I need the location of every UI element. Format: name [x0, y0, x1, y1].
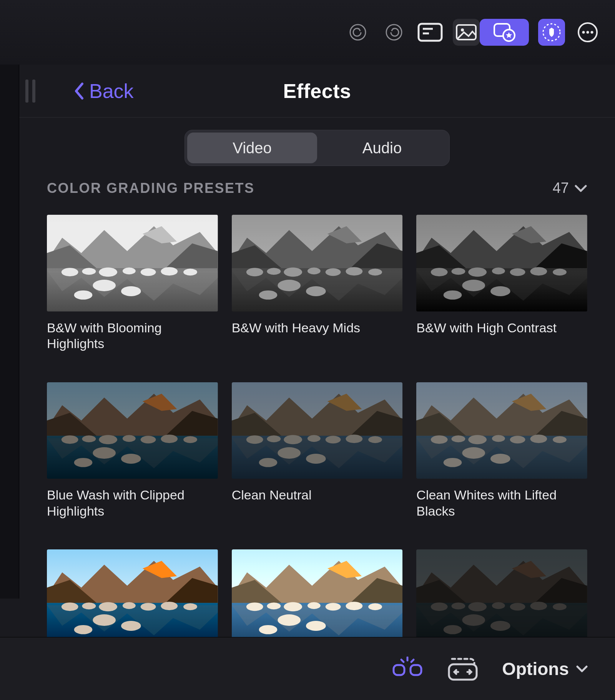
svg-point-24	[587, 31, 589, 34]
top-toolbar	[0, 0, 615, 65]
back-button[interactable]: Back	[73, 80, 134, 103]
preset-item[interactable]: Blue Wash with Clipped Highlights	[47, 382, 218, 533]
svg-point-25	[591, 31, 593, 34]
more-button[interactable]	[574, 19, 601, 46]
preset-item[interactable]: B&W with Blooming Highlights	[47, 215, 218, 365]
preset-label: Clean Neutral	[232, 487, 389, 503]
preset-thumbnail	[232, 382, 403, 479]
redo-button[interactable]	[381, 19, 407, 46]
svg-point-12	[350, 25, 366, 40]
preset-item[interactable]: B&W with High Contrast	[416, 215, 587, 365]
preset-label: B&W with Blooming Highlights	[47, 320, 204, 352]
preset-label: Blue Wash with Clipped Highlights	[47, 487, 204, 519]
svg-line-30	[411, 660, 414, 662]
options-button[interactable]: Options	[502, 659, 588, 679]
section-header[interactable]: COLOR GRADING PRESETS 47	[19, 180, 615, 203]
chevron-down-icon	[576, 665, 588, 673]
preset-thumbnail	[416, 549, 587, 646]
preset-label: B&W with High Contrast	[416, 320, 573, 336]
section-count-toggle[interactable]: 47	[553, 180, 587, 196]
preset-label: Clean Whites with Lifted Blacks	[416, 487, 573, 519]
preset-label: B&W with Heavy Mids	[232, 320, 389, 336]
svg-rect-14	[419, 24, 442, 41]
preset-item[interactable]: Clean Whites with Lifted Blacks	[416, 382, 587, 533]
svg-rect-27	[411, 665, 421, 675]
preset-grid: B&W with Blooming HighlightsB&W with Hea…	[19, 203, 615, 700]
svg-point-18	[461, 28, 464, 32]
effects-panel: Back Effects Video Audio COLOR GRADING P…	[19, 65, 615, 700]
bottom-bar: Options	[0, 637, 615, 700]
preset-item[interactable]: B&W with Heavy Mids	[232, 215, 403, 365]
split-clip-button[interactable]	[391, 657, 424, 681]
back-label: Back	[89, 80, 134, 103]
tab-audio[interactable]: Audio	[317, 133, 447, 163]
effects-type-segmented: Video Audio	[184, 130, 450, 166]
image-view-button[interactable]	[453, 19, 480, 46]
preset-item[interactable]: Clean Neutral	[232, 382, 403, 533]
preset-thumbnail	[232, 549, 403, 646]
preset-thumbnail	[47, 382, 218, 479]
svg-rect-26	[394, 665, 404, 675]
undo-button[interactable]	[344, 19, 371, 46]
svg-line-29	[401, 660, 404, 662]
tab-video[interactable]: Video	[187, 133, 317, 163]
panel-title: Effects	[283, 80, 351, 103]
svg-point-23	[582, 31, 585, 34]
position-clip-button[interactable]	[445, 655, 480, 683]
drag-handle-icon[interactable]	[25, 80, 35, 103]
preset-thumbnail	[416, 382, 587, 479]
svg-point-13	[386, 25, 402, 40]
section-title: COLOR GRADING PRESETS	[47, 180, 255, 196]
preset-thumbnail	[416, 215, 587, 312]
panel-header: Back Effects	[19, 65, 615, 118]
preset-thumbnail	[47, 215, 218, 312]
preset-thumbnail	[232, 215, 403, 312]
chevron-down-icon	[574, 184, 587, 192]
left-gutter	[0, 65, 19, 599]
favorite-overlay-button[interactable]	[480, 19, 529, 46]
caption-button[interactable]	[417, 19, 444, 46]
preset-thumbnail	[47, 549, 218, 646]
mask-button[interactable]	[538, 19, 565, 46]
